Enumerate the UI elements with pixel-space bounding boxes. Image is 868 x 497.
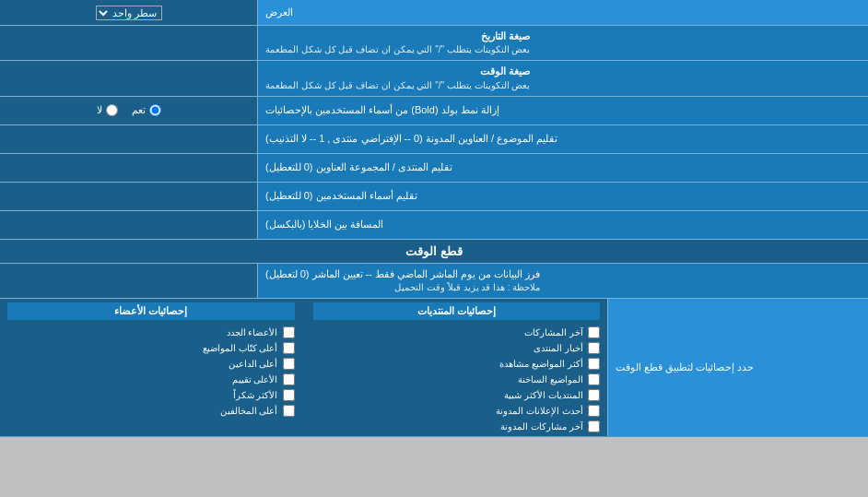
list-item: أحدث الإعلانات المدونة xyxy=(313,405,601,417)
col2-checkboxes: إحصائيات الأعضاء الأعضاء الجدد أعلى كتّا… xyxy=(7,302,295,432)
cell-padding-input-container: 2 xyxy=(0,211,258,239)
checkbox-last-blog-posts[interactable] xyxy=(588,420,600,432)
checkbox-top-inviters[interactable] xyxy=(283,358,295,370)
trim-forum-row: تقليم المنتدى / المجموعة العناوين (0 للت… xyxy=(0,154,868,183)
checkbox-last-posts[interactable] xyxy=(588,326,600,338)
trim-topic-label: تقليم الموضوع / العناوين المدونة (0 -- ا… xyxy=(258,125,868,153)
checkbox-top-writers[interactable] xyxy=(283,342,295,354)
display-label: العرض xyxy=(258,0,868,25)
list-item: المنتديات الأكثر شبية xyxy=(313,389,601,401)
checkbox-latest-announcements[interactable] xyxy=(588,405,600,417)
bold-no-label: لا xyxy=(97,104,118,116)
checkbox-similar-forums[interactable] xyxy=(588,389,600,401)
list-item: أخبار المنتدى xyxy=(313,342,601,354)
checkbox-top-rated[interactable] xyxy=(283,373,295,385)
main-container: العرض سطر واحد سطرين ثلاثة أسطر صيغة الت… xyxy=(0,0,868,437)
trim-forum-label: تقليم المنتدى / المجموعة العناوين (0 للت… xyxy=(258,154,868,182)
checkbox-hot-topics[interactable] xyxy=(588,373,600,385)
time-cutoff-input-container: 0 xyxy=(0,264,258,298)
trim-users-row: تقليم أسماء المستخدمين (0 للتعطيل) 0 xyxy=(0,183,868,211)
time-cutoff-header: قطع الوقت xyxy=(0,240,868,264)
time-format-label: صيغة الوقت بعض التكوينات يتطلب "/" التي … xyxy=(258,61,868,95)
trim-topic-input[interactable]: 33 xyxy=(5,133,252,146)
list-item: آخر مشاركات المدونة xyxy=(313,420,601,432)
list-item: أعلى كتّاب المواضيع xyxy=(7,342,295,354)
bold-remove-row: إزالة نمط بولد (Bold) من أسماء المستخدمي… xyxy=(0,97,868,125)
time-format-input-container: H:i xyxy=(0,61,258,95)
bold-remove-label: إزالة نمط بولد (Bold) من أسماء المستخدمي… xyxy=(258,97,868,124)
display-select-container: سطر واحد سطرين ثلاثة أسطر xyxy=(0,0,258,25)
trim-users-input[interactable]: 0 xyxy=(5,190,252,203)
checkboxes-container: إحصائيات المنتديات آخر المشاركات أخبار ا… xyxy=(0,299,608,436)
time-cutoff-row: فرز البيانات من يوم الماشر الماضي فقط --… xyxy=(0,264,868,299)
display-select[interactable]: سطر واحد سطرين ثلاثة أسطر xyxy=(96,6,162,20)
col1-checkboxes: إحصائيات المنتديات آخر المشاركات أخبار ا… xyxy=(313,302,601,432)
bold-remove-radios: تعم لا xyxy=(0,97,258,124)
stats-apply-label: حدد إحصائيات لتطبيق قطع الوقت xyxy=(608,299,868,436)
time-cutoff-label: فرز البيانات من يوم الماشر الماضي فقط --… xyxy=(258,264,868,298)
checkbox-most-viewed[interactable] xyxy=(588,358,600,370)
time-format-row: صيغة الوقت بعض التكوينات يتطلب "/" التي … xyxy=(0,61,868,96)
trim-topic-input-container: 33 xyxy=(0,125,258,153)
trim-topic-row: تقليم الموضوع / العناوين المدونة (0 -- ا… xyxy=(0,125,868,154)
stats-apply-row: حدد إحصائيات لتطبيق قطع الوقت إحصائيات ا… xyxy=(0,299,868,437)
trim-forum-input-container: 33 xyxy=(0,154,258,182)
bold-yes-radio[interactable] xyxy=(149,104,161,116)
cell-padding-input[interactable]: 2 xyxy=(5,219,252,231)
trim-users-input-container: 0 xyxy=(0,183,258,210)
checkbox-most-thanks[interactable] xyxy=(283,389,295,401)
list-item: المواضيع الساخنة xyxy=(313,373,601,385)
display-row: العرض سطر واحد سطرين ثلاثة أسطر xyxy=(0,0,868,26)
checkbox-top-violators[interactable] xyxy=(283,405,295,417)
cell-padding-row: المسافة بين الخلايا (بالبكسل) 2 xyxy=(0,211,868,240)
bold-no-radio[interactable] xyxy=(106,104,118,116)
trim-forum-input[interactable]: 33 xyxy=(5,161,252,174)
col2-header: إحصائيات الأعضاء xyxy=(7,302,295,320)
date-format-input-container: d-m xyxy=(0,26,258,60)
list-item: الأكثر شكراً xyxy=(7,389,295,401)
list-item: أعلى المخالفين xyxy=(7,405,295,417)
list-item: أكثر المواضيع مشاهدة xyxy=(313,358,601,370)
time-cutoff-input[interactable]: 0 xyxy=(5,274,252,287)
date-format-row: صيغة التاريخ بعض التكوينات يتطلب "/" الت… xyxy=(0,26,868,61)
checkbox-forum-news[interactable] xyxy=(588,342,600,354)
time-format-input[interactable]: H:i xyxy=(5,72,252,85)
checkbox-new-members[interactable] xyxy=(283,326,295,338)
list-item: الأعضاء الجدد xyxy=(7,326,295,338)
cell-padding-label: المسافة بين الخلايا (بالبكسل) xyxy=(258,211,868,239)
date-format-label: صيغة التاريخ بعض التكوينات يتطلب "/" الت… xyxy=(258,26,868,60)
trim-users-label: تقليم أسماء المستخدمين (0 للتعطيل) xyxy=(258,183,868,210)
list-item: أعلى الداعين xyxy=(7,358,295,370)
list-item: آخر المشاركات xyxy=(313,326,601,338)
list-item: الأعلى تقييم xyxy=(7,373,295,385)
bold-yes-label: تعم xyxy=(132,104,161,116)
col1-header: إحصائيات المنتديات xyxy=(313,302,601,320)
date-format-input[interactable]: d-m xyxy=(5,37,252,50)
